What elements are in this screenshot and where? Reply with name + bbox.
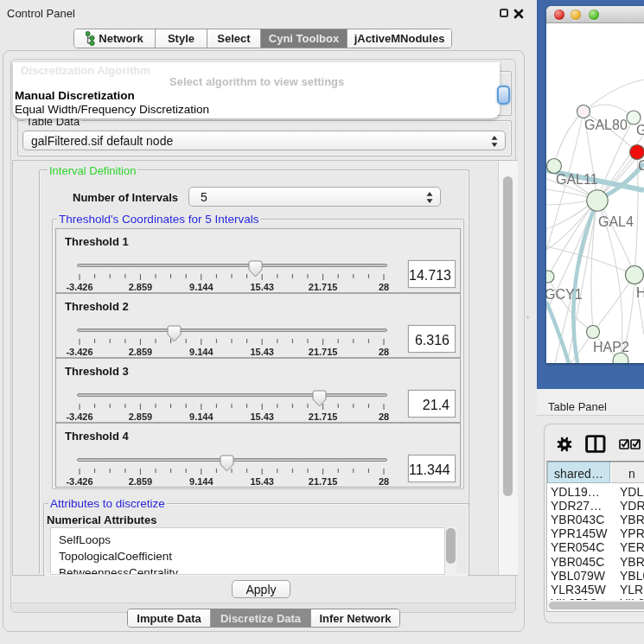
svg-text:GA: GA bbox=[636, 123, 644, 137]
svg-text:GAL11: GAL11 bbox=[556, 172, 598, 187]
svg-text:HAP2: HAP2 bbox=[593, 340, 629, 354]
svg-text:GAL4: GAL4 bbox=[598, 214, 634, 229]
svg-text:GAL80: GAL80 bbox=[584, 118, 628, 132]
svg-text:GCY1: GCY1 bbox=[546, 287, 583, 302]
svg-text:C: C bbox=[638, 158, 644, 173]
svg-text:H: H bbox=[636, 285, 644, 300]
